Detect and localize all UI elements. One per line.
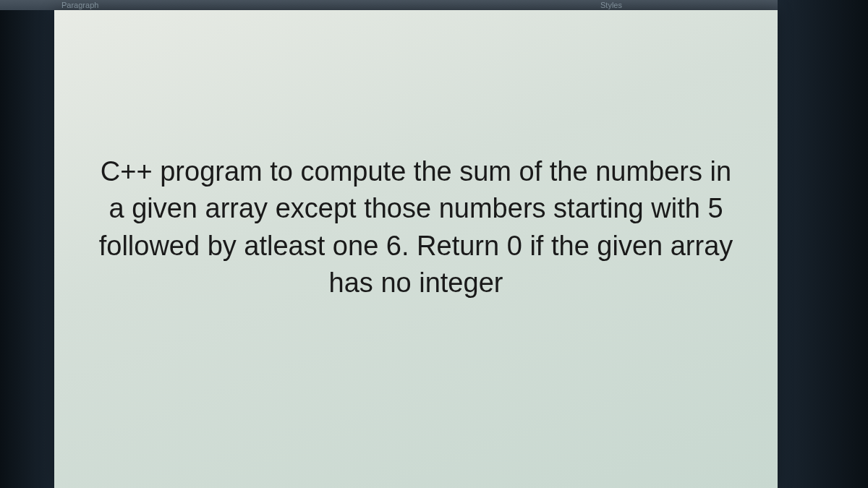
document-page[interactable]: C++ program to compute the sum of the nu…: [54, 10, 778, 488]
screen-bezel-right: [778, 0, 868, 488]
document-body-text[interactable]: C++ program to compute the sum of the nu…: [98, 153, 734, 301]
ribbon-group-styles: Styles: [600, 1, 622, 9]
ribbon-group-paragraph: Paragraph: [61, 1, 98, 9]
ribbon-toolbar: Paragraph Styles: [0, 0, 868, 10]
screen-bezel-left: [0, 10, 54, 488]
